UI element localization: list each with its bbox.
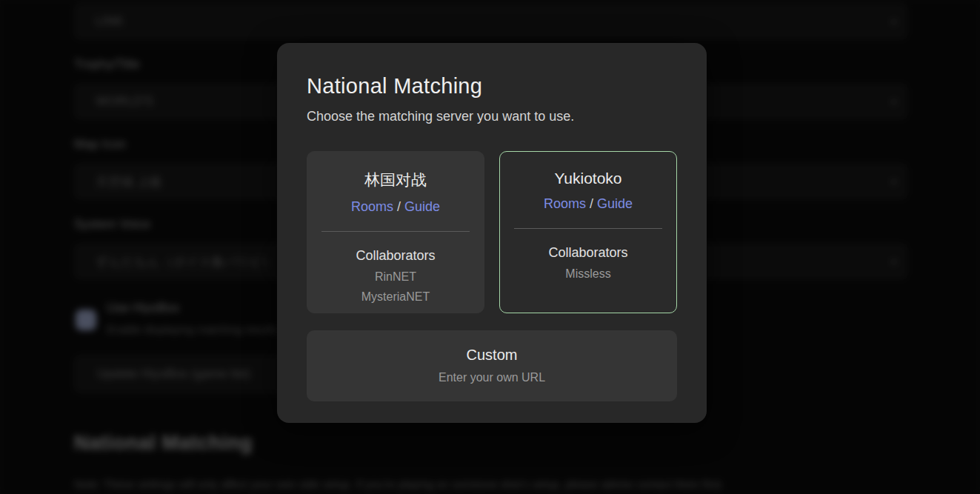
server-links: Rooms / Guide (307, 199, 484, 215)
server-options: 林国对战 Rooms / Guide Collaborators RinNET … (307, 151, 677, 313)
card-divider (514, 228, 662, 229)
guide-link[interactable]: Guide (597, 196, 633, 211)
server-name: Yukiotoko (500, 170, 676, 187)
collaborators-header: Collaborators (500, 245, 676, 261)
guide-link[interactable]: Guide (404, 199, 440, 214)
dialog-title: National Matching (307, 74, 677, 99)
rooms-link[interactable]: Rooms (351, 199, 393, 214)
server-links: Rooms / Guide (500, 196, 676, 212)
server-card-yukiotoko[interactable]: Yukiotoko Rooms / Guide Collaborators Mi… (499, 151, 677, 313)
collaborators-header: Collaborators (307, 248, 484, 264)
server-card-linguo[interactable]: 林国对战 Rooms / Guide Collaborators RinNET … (307, 151, 484, 313)
link-separator: / (393, 199, 404, 214)
collaborator-name: Missless (500, 267, 676, 281)
custom-server-card[interactable]: Custom Enter your own URL (307, 330, 677, 401)
national-matching-dialog: National Matching Choose the matching se… (277, 43, 707, 423)
card-divider (321, 231, 470, 232)
link-separator: / (586, 196, 597, 211)
custom-title: Custom (307, 347, 677, 364)
collaborator-name: MysteriaNET (307, 290, 484, 304)
rooms-link[interactable]: Rooms (544, 196, 586, 211)
dialog-subtitle: Choose the matching server you want to u… (307, 109, 677, 124)
custom-subtitle: Enter your own URL (307, 371, 677, 384)
collaborator-name: RinNET (307, 270, 484, 284)
server-name: 林国对战 (307, 170, 484, 190)
